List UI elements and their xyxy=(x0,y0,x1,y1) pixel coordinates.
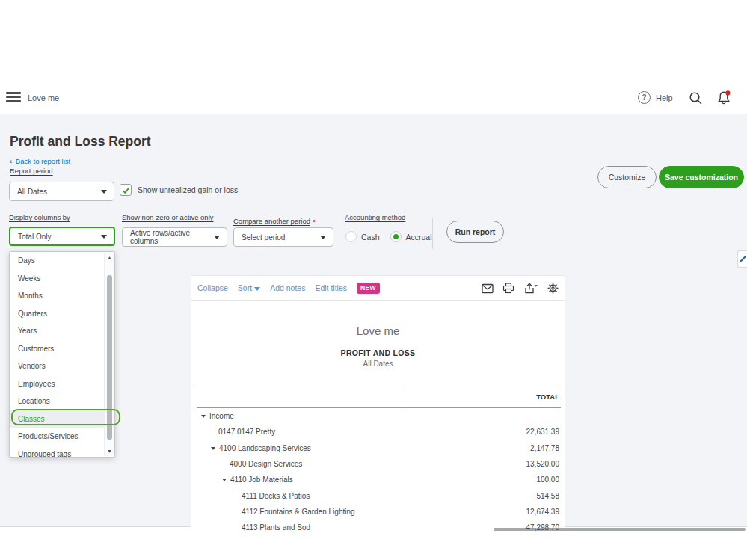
top-bar: Love me ? Help xyxy=(0,82,747,114)
show-nonzero-label[interactable]: Show non-zero or active only xyxy=(122,213,214,221)
sort-link[interactable]: Sort xyxy=(238,283,260,292)
cash-radio[interactable]: Cash xyxy=(345,231,380,242)
dropdown-item-employees[interactable]: Employees xyxy=(10,375,114,393)
account-name: 4112 Fountains & Garden Lighting xyxy=(242,508,355,516)
report-panel: Collapse Sort Add notes Edit titles NEW xyxy=(191,275,565,527)
header-column-divider xyxy=(405,384,405,407)
table-row[interactable]: 4112 Fountains & Garden Lighting12,674.3… xyxy=(197,504,561,520)
customize-button[interactable]: Customize xyxy=(597,166,657,188)
table-row[interactable]: 4113 Plants and Sod47,298.70 xyxy=(197,520,561,535)
radio-selected-icon xyxy=(390,231,402,242)
report-title: PROFIT AND LOSS xyxy=(191,348,565,357)
report-table: TOTAL Income0147 0147 Pretty22,631.39410… xyxy=(197,384,561,535)
accounting-method-label[interactable]: Accounting method xyxy=(345,213,405,221)
account-name: 4000 Design Services xyxy=(230,460,302,468)
feedback-tab-button[interactable] xyxy=(737,250,747,268)
table-row[interactable]: 4000 Design Services13,520.00 xyxy=(197,456,561,472)
account-total: 47,298.70 xyxy=(526,523,560,532)
account-name: 4111 Decks & Patios xyxy=(242,492,310,500)
checkmark-icon xyxy=(122,186,130,194)
report-company-name: Love me xyxy=(191,324,565,337)
email-icon[interactable] xyxy=(482,283,494,294)
settings-icon[interactable] xyxy=(547,283,559,294)
chevron-left-icon: ‹ xyxy=(10,157,12,165)
accrual-radio[interactable]: Accrual xyxy=(390,231,432,242)
save-customization-button[interactable]: Save customization xyxy=(659,166,744,188)
export-icon[interactable] xyxy=(523,283,538,294)
collapse-link[interactable]: Collapse xyxy=(197,283,228,292)
run-report-button[interactable]: Run report xyxy=(446,221,504,243)
account-total: 2,147.78 xyxy=(530,444,559,452)
chevron-down-icon xyxy=(214,236,220,239)
pencil-icon xyxy=(738,251,747,267)
show-nonzero-select[interactable]: Active rows/active columns xyxy=(122,227,227,247)
page-title: Profit and Loss Report xyxy=(10,134,151,150)
display-columns-value: Total Only xyxy=(18,233,51,241)
scroll-down-icon[interactable]: ▼ xyxy=(105,449,114,454)
required-dot: • xyxy=(313,216,316,225)
hamburger-menu-icon[interactable] xyxy=(6,92,21,104)
search-icon[interactable] xyxy=(689,91,703,108)
dropdown-item-days[interactable]: Days xyxy=(10,252,114,270)
report-date-range: All Dates xyxy=(191,360,565,368)
account-name: 0147 0147 Pretty xyxy=(218,428,275,436)
chevron-down-icon xyxy=(320,236,326,239)
dropdown-item-customers[interactable]: Customers xyxy=(10,340,114,358)
compare-period-select[interactable]: Select period xyxy=(233,227,333,247)
table-row[interactable]: 4100 Landscaping Services2,147.78 xyxy=(197,440,561,456)
unrealized-gain-checkbox[interactable] xyxy=(120,184,132,196)
edit-titles-link[interactable]: Edit titles xyxy=(315,283,347,292)
content-area: Profit and Loss Report ‹ Back to report … xyxy=(0,114,747,527)
show-nonzero-value: Active rows/active columns xyxy=(130,229,210,245)
total-column-header: TOTAL xyxy=(536,393,559,401)
report-toolbar: Collapse Sort Add notes Edit titles NEW xyxy=(191,276,565,301)
dropdown-item-quarters[interactable]: Quarters xyxy=(10,305,114,323)
filter-divider xyxy=(432,218,433,249)
table-row[interactable]: Income xyxy=(197,408,561,424)
dropdown-item-locations[interactable]: Locations xyxy=(10,393,114,410)
dropdown-item-classes[interactable]: Classes xyxy=(10,410,114,428)
scroll-up-icon[interactable]: ▲ xyxy=(105,255,114,260)
chevron-down-icon xyxy=(101,190,107,194)
dropdown-item-products-services[interactable]: Products/Services xyxy=(10,428,114,446)
dropdown-scrollbar[interactable]: ▲ ▼ xyxy=(104,253,114,456)
back-to-report-list-link[interactable]: ‹ Back to report list xyxy=(10,157,70,165)
table-row[interactable]: 4110 Job Materials100.00 xyxy=(197,472,561,487)
dropdown-item-months[interactable]: Months xyxy=(10,287,114,305)
table-row[interactable]: 0147 0147 Pretty22,631.39 xyxy=(197,424,561,440)
collapse-triangle-icon[interactable] xyxy=(201,415,206,418)
display-columns-select[interactable]: Total Only xyxy=(9,227,115,246)
scrollbar-thumb[interactable] xyxy=(107,275,112,440)
dropdown-item-weeks[interactable]: Weeks xyxy=(10,270,114,288)
account-name: Income xyxy=(209,412,234,420)
report-period-label[interactable]: Report period xyxy=(10,167,53,175)
print-icon[interactable] xyxy=(502,283,514,294)
company-name: Love me xyxy=(28,93,59,102)
new-badge: NEW xyxy=(357,283,380,294)
notifications-bell-icon[interactable] xyxy=(716,90,732,109)
report-period-value: All Dates xyxy=(17,188,47,196)
collapse-triangle-icon[interactable] xyxy=(222,479,227,481)
account-total: 514.58 xyxy=(536,492,559,500)
chevron-down-icon xyxy=(254,287,260,291)
add-notes-link[interactable]: Add notes xyxy=(270,283,305,292)
help-button[interactable]: ? Help xyxy=(638,91,673,104)
dropdown-item-vendors[interactable]: Vendors xyxy=(10,357,114,375)
account-name: 4113 Plants and Sod xyxy=(242,523,310,532)
account-name: 4100 Landscaping Services xyxy=(219,444,311,452)
account-name: 4110 Job Materials xyxy=(230,476,293,484)
dropdown-item-ungrouped-tags[interactable]: Ungrouped tags xyxy=(10,446,114,458)
unrealized-gain-row: Show unrealized gain or loss xyxy=(120,184,238,196)
collapse-triangle-icon[interactable] xyxy=(211,447,215,450)
account-total: 100.00 xyxy=(536,476,559,484)
table-row[interactable]: 4111 Decks & Patios514.58 xyxy=(197,487,561,503)
report-period-select[interactable]: All Dates xyxy=(9,182,114,201)
display-columns-dropdown-menu: DaysWeeksMonthsQuartersYearsCustomersVen… xyxy=(9,251,115,458)
app-window: Love me ? Help Profit and Loss Report ‹ … xyxy=(0,0,747,560)
compare-period-value: Select period xyxy=(242,233,285,241)
accounting-method-radios: Cash Accrual xyxy=(345,231,432,242)
account-total: 13,520.00 xyxy=(526,460,560,468)
compare-period-label[interactable]: Compare another period• xyxy=(233,213,316,227)
display-columns-by-label[interactable]: Display columns by xyxy=(9,213,70,221)
dropdown-item-years[interactable]: Years xyxy=(10,322,114,340)
